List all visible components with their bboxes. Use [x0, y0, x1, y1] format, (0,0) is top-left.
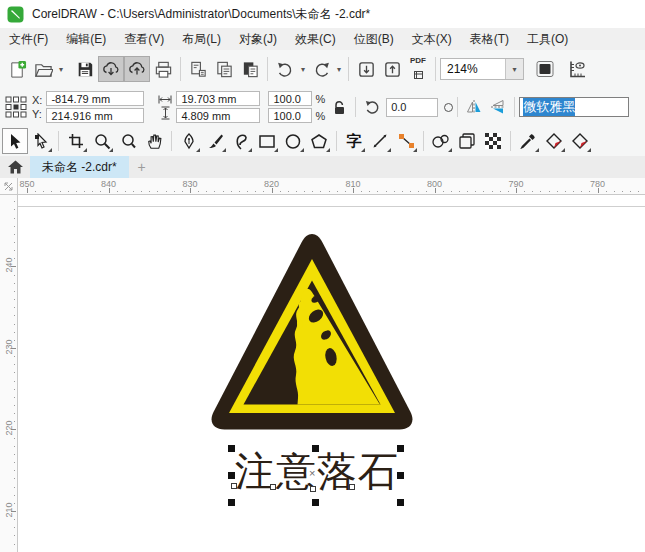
rotation-angle-field[interactable]: 0.0	[386, 98, 438, 117]
object-height-field[interactable]: 4.809 mm	[176, 108, 260, 123]
vertical-ruler[interactable]: 250240230220210	[0, 195, 18, 552]
open-dropdown-caret[interactable]: ▾	[56, 65, 66, 74]
menu-item-object[interactable]: 对象(J)	[230, 28, 286, 50]
new-document-button[interactable]	[4, 56, 30, 82]
lock-ratio-button[interactable]	[327, 95, 351, 119]
selection-center-marker[interactable]: ×	[309, 468, 315, 478]
dimension-tool[interactable]	[367, 128, 393, 154]
selection-handle-mid-right[interactable]	[397, 472, 404, 479]
selection-handle-bottom-right[interactable]	[397, 499, 404, 506]
text-node-marker-4[interactable]	[349, 484, 355, 490]
menu-item-text[interactable]: 文本(X)	[403, 28, 461, 50]
crop-tool[interactable]	[63, 128, 89, 154]
cloud-download-button[interactable]	[98, 56, 124, 82]
menu-item-effects[interactable]: 效果(C)	[286, 28, 345, 50]
ellipse-tool[interactable]	[280, 128, 306, 154]
font-name-field[interactable]: 微软雅黑	[519, 97, 629, 117]
object-height-icon	[161, 106, 170, 120]
redo-dropdown-caret[interactable]: ▾	[334, 65, 344, 74]
show-rulers-button[interactable]	[564, 56, 590, 82]
ellipse-icon	[285, 134, 301, 149]
menu-item-table[interactable]: 表格(T)	[461, 28, 518, 50]
shape-tool[interactable]	[28, 128, 54, 154]
eyedropper-tool[interactable]	[515, 128, 541, 154]
import-button[interactable]	[353, 56, 379, 82]
paste-button[interactable]	[237, 56, 263, 82]
object-width-field[interactable]: 19.703 mm	[176, 91, 260, 106]
transparency-tool[interactable]	[480, 128, 506, 154]
selection-handle-top-right[interactable]	[397, 445, 404, 452]
rulers-icon	[567, 59, 587, 79]
scale-horizontal-field[interactable]: 100.0	[268, 91, 312, 106]
font-name-value: 微软雅黑	[523, 98, 575, 116]
selection-handle-top-left[interactable]	[228, 445, 235, 452]
cut-icon	[189, 60, 208, 79]
mirror-horizontal-icon	[466, 100, 482, 114]
mirror-vertical-button[interactable]	[486, 95, 510, 119]
artistic-media-tool[interactable]	[202, 128, 228, 154]
y-position-field[interactable]: 214.916 mm	[46, 108, 144, 123]
zoom-level-combo[interactable]: 214% ▾	[440, 58, 524, 80]
save-button[interactable]	[72, 56, 98, 82]
sign-caption-text[interactable]: 注意落石	[235, 449, 405, 493]
scale-vertical-field[interactable]: 100.0	[268, 108, 312, 123]
zoom-dropdown-caret[interactable]: ▾	[505, 59, 523, 79]
selection-handle-top-center[interactable]	[312, 445, 319, 452]
zoom-tool[interactable]	[89, 128, 115, 154]
cloud-upload-button[interactable]	[124, 56, 150, 82]
selection-handle-bottom-center[interactable]	[312, 499, 319, 506]
polygon-icon	[311, 134, 327, 149]
interactive-fill-tool[interactable]	[541, 128, 567, 154]
export-button[interactable]	[379, 56, 405, 82]
copy-button[interactable]	[211, 56, 237, 82]
redo-button[interactable]	[308, 56, 334, 82]
blend-tool[interactable]	[428, 128, 454, 154]
text-node-marker-1[interactable]	[231, 483, 237, 489]
pen-tool[interactable]	[176, 128, 202, 154]
publish-to-pdf-button[interactable]: PDF	[405, 56, 431, 82]
mirror-vertical-icon	[491, 99, 505, 115]
unlock-icon	[333, 100, 346, 115]
menu-item-bitmaps[interactable]: 位图(B)	[345, 28, 403, 50]
pick-arrow-icon	[8, 133, 23, 150]
menu-item-layout[interactable]: 布局(L)	[173, 28, 230, 50]
title-bar: CorelDRAW - C:\Users\Administrator\Docum…	[0, 0, 645, 29]
falling-rocks-warning-sign[interactable]	[205, 233, 420, 434]
rotation-button[interactable]	[360, 95, 384, 119]
mirror-horizontal-button[interactable]	[462, 95, 486, 119]
export-icon	[383, 60, 402, 79]
polygon-tool[interactable]	[306, 128, 332, 154]
smart-fill-tool[interactable]	[567, 128, 593, 154]
ruler-origin-corner[interactable]	[0, 178, 18, 195]
selection-handle-mid-left[interactable]	[228, 472, 235, 479]
text-node-marker-3[interactable]	[310, 486, 316, 492]
freehand-tool[interactable]	[228, 128, 254, 154]
menu-item-edit[interactable]: 编辑(E)	[57, 28, 115, 50]
rectangle-tool[interactable]	[254, 128, 280, 154]
cut-button[interactable]	[185, 56, 211, 82]
contour-tool[interactable]	[454, 128, 480, 154]
new-tab-button[interactable]: +	[129, 156, 155, 178]
selection-handle-bottom-left[interactable]	[228, 499, 235, 506]
open-button[interactable]	[30, 56, 56, 82]
menu-item-tools[interactable]: 工具(O)	[518, 28, 577, 50]
menu-item-view[interactable]: 查看(V)	[115, 28, 173, 50]
document-tab-active[interactable]: 未命名 -2.cdr*	[30, 156, 129, 178]
undo-dropdown-caret[interactable]: ▾	[298, 65, 308, 74]
undo-button[interactable]	[272, 56, 298, 82]
horizontal-ruler[interactable]: 850840830820810800790780	[18, 178, 645, 195]
pick-tool[interactable]	[2, 128, 28, 154]
x-position-field[interactable]: -814.79 mm	[46, 91, 144, 106]
text-tool[interactable]: 字	[341, 128, 367, 154]
connector-tool[interactable]	[393, 128, 419, 154]
menu-item-file[interactable]: 文件(F)	[0, 28, 57, 50]
zoom-out-tool[interactable]	[115, 128, 141, 154]
text-node-marker-2[interactable]	[270, 484, 276, 490]
print-button[interactable]	[150, 56, 176, 82]
full-screen-preview-button[interactable]	[532, 56, 558, 82]
cloud-download-icon	[101, 59, 121, 79]
home-tab-button[interactable]	[0, 156, 30, 178]
contour-icon	[459, 133, 475, 149]
canvas[interactable]: 注意落石 ×	[18, 195, 645, 552]
pan-tool[interactable]	[141, 128, 167, 154]
